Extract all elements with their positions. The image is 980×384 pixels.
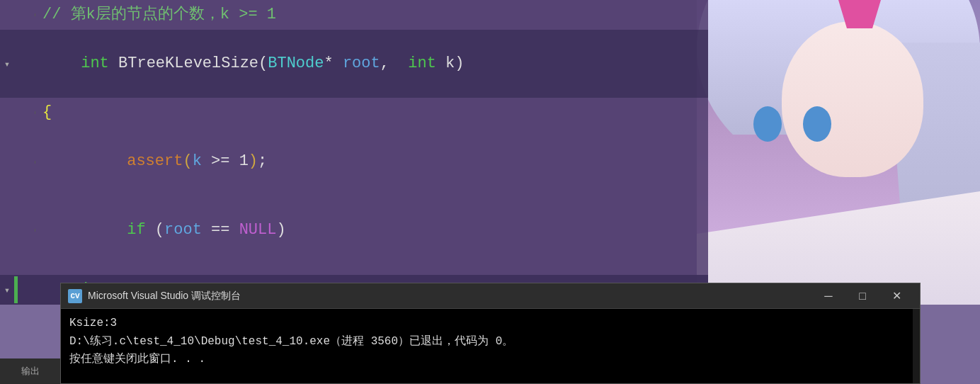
anime-eye-left: [753, 106, 782, 142]
anime-eye-right: [803, 106, 831, 142]
code-text-5: if (root == NULL): [35, 198, 708, 263]
code-text-1: // 第k层的节点的个数，k >= 1: [35, 4, 708, 26]
param-root: root: [343, 55, 380, 72]
func-open: BTreeKLevelSize(: [109, 55, 268, 72]
line-number-5: [14, 229, 35, 232]
if-sp: (: [146, 221, 164, 239]
assert-num: 1: [239, 152, 249, 170]
code-line-5: if (root == NULL): [0, 196, 708, 264]
anime-background: [697, 0, 980, 305]
type-btnode: BTNode: [268, 55, 324, 72]
if-null: NULL: [239, 221, 277, 239]
console-output: Ksize:3 D:\练习.c\test_4_10\Debug\test_4_1…: [69, 315, 911, 369]
assert-semi: ;: [258, 152, 267, 170]
console-line-1: Ksize:3: [69, 315, 911, 333]
bottom-collapse[interactable]: ▾: [0, 284, 14, 296]
line-number-4: [14, 161, 35, 164]
assert-keyword: assert: [127, 152, 183, 170]
console-title: Microsoft Visual Studio 调试控制台: [88, 290, 812, 303]
if-cp: ): [276, 221, 285, 239]
assert-paren-open: (: [183, 152, 192, 170]
console-close-button[interactable]: ✕: [880, 283, 913, 309]
comma: ,: [380, 55, 409, 72]
line-number-3: [14, 111, 35, 114]
code-text-3: {: [35, 102, 708, 124]
status-text: 输出: [21, 365, 40, 378]
console-titlebar: CV Microsoft Visual Studio 调试控制台 ─ □ ✕: [61, 283, 920, 309]
assert-op: >=: [202, 152, 239, 170]
console-line-3: 按任意键关闭此窗口. . .: [69, 351, 911, 369]
console-window: CV Microsoft Visual Studio 调试控制台 ─ □ ✕ K…: [60, 283, 921, 384]
console-line-2: D:\练习.c\test_4_10\Debug\test_4_10.exe（进程…: [69, 333, 911, 351]
code-line-3: {: [0, 98, 708, 128]
keyword-int: int: [81, 55, 109, 72]
console-minimize-button[interactable]: ─: [812, 283, 845, 309]
console-app-icon: CV: [68, 289, 82, 303]
console-scrollbar[interactable]: [913, 309, 920, 383]
console-window-buttons: ─ □ ✕: [812, 283, 913, 309]
code-line-2: ▾ int BTreeKLevelSize(BTNode* root, int …: [0, 30, 708, 98]
if-root: root: [164, 221, 202, 239]
gutter-collapse-2[interactable]: ▾: [0, 58, 14, 70]
ptr-star: *: [324, 55, 342, 72]
code-text-4: assert(k >= 1);: [35, 129, 708, 194]
param-k: k): [436, 55, 465, 72]
if-kw: if: [127, 221, 145, 239]
code-line-4: assert(k >= 1);: [0, 128, 708, 196]
assert-paren-close: ): [249, 152, 258, 170]
if-eq: ==: [202, 221, 239, 239]
code-text-2: int BTreeKLevelSize(BTNode* root, int k): [18, 31, 708, 96]
assert-k: k: [193, 152, 202, 170]
line-number-1: [14, 13, 35, 16]
code-line-1: // 第k层的节点的个数，k >= 1: [0, 0, 708, 30]
status-bar: 输出: [0, 358, 60, 384]
console-maximize-button[interactable]: □: [846, 283, 879, 309]
console-body[interactable]: Ksize:3 D:\练习.c\test_4_10\Debug\test_4_1…: [61, 309, 920, 383]
anime-face: [782, 21, 923, 177]
keyword-int2: int: [408, 55, 436, 72]
